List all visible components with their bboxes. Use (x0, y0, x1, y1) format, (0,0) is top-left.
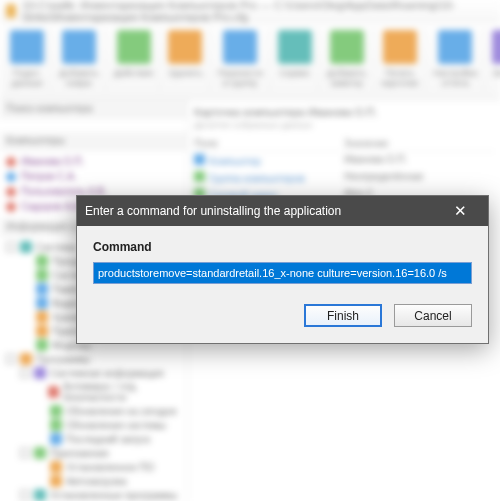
finish-button[interactable]: Finish (304, 304, 382, 327)
uninstall-command-dialog: Enter a command for uninstalling the app… (76, 195, 489, 344)
close-icon[interactable]: ✕ (440, 202, 480, 220)
cancel-button[interactable]: Cancel (394, 304, 472, 327)
dialog-title: Enter a command for uninstalling the app… (85, 204, 341, 218)
command-input[interactable] (93, 262, 472, 284)
dialog-titlebar: Enter a command for uninstalling the app… (77, 196, 488, 226)
command-label: Command (93, 240, 472, 254)
